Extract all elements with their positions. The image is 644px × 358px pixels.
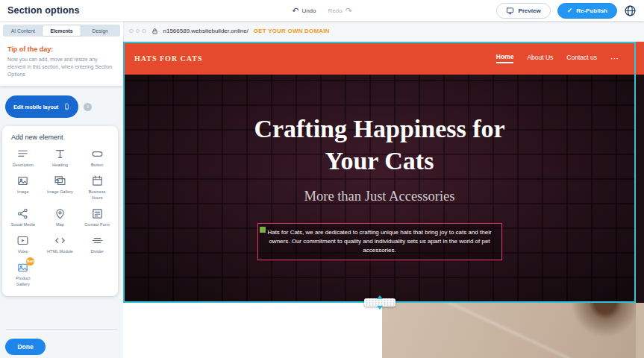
hero-paragraph-box[interactable]: Hats for Cats, we are dedicated to craft… [257,223,502,260]
tab-label: Design [93,28,108,34]
element-label: Contact Form [84,222,110,227]
video-icon [16,234,29,247]
site-nav: Home About Us Contact us ⋯ [496,53,619,63]
page-edge-header [636,42,644,75]
window-dot [142,29,146,34]
redo-icon: ↷ [346,7,352,15]
element-drag-handle[interactable] [260,227,266,233]
element-item-divider[interactable]: Divider [78,234,116,254]
description-icon [16,148,29,160]
window-dots [129,29,146,34]
site-header: HATS FOR CATS Home About Us Contact us ⋯ [123,42,636,75]
tab-label: Elements [50,28,72,34]
add-element-panel: Add new element Description Heading Butt… [2,126,118,296]
tip-of-the-day: Tip of the day: Now you can add, move an… [0,43,123,78]
website-builder-app: Section options ↶ Undo Redo ↷ Preview ✓ … [0,0,644,358]
element-label: Heading [52,163,68,168]
nav-more-icon[interactable]: ⋯ [610,54,619,63]
element-item-business-hours[interactable]: Business Hours [78,175,116,201]
element-item-html-module[interactable]: HTML Module [42,234,79,254]
nav-home[interactable]: Home [496,53,514,63]
divider-icon [91,234,104,247]
preview-button[interactable]: Preview [496,3,550,19]
element-item-video[interactable]: Video [4,234,42,254]
hero-section: Crafting Happiness for Your Cats More th… [123,75,636,303]
editor-stage: n1566589.websitebuilder.online/ GET YOUR… [123,21,644,358]
done-button[interactable]: Done [5,339,46,355]
button-icon [91,148,104,160]
element-label: Image [17,189,29,195]
redo-label: Redo [328,7,343,14]
site-preview: HATS FOR CATS Home About Us Contact us ⋯… [123,42,636,303]
element-item-image-gallery[interactable]: Image Gallery [42,175,79,201]
nav-about-us[interactable]: About Us [527,54,553,63]
add-element-title: Add new element [4,132,116,148]
sidebar-top-panel: AI Content Elements Design Tip of the da… [0,21,123,86]
preview-label: Preview [518,7,540,14]
hero-heading-line2: Your Cats [254,145,504,178]
site-logo[interactable]: HATS FOR CATS [134,54,203,63]
info-glyph: i [87,104,89,110]
site-url: n1566589.websitebuilder.online/ [163,28,248,34]
tip-heading: Tip of the day: [7,45,116,53]
element-label: Description [13,163,34,168]
redo-button[interactable]: Redo ↷ [328,7,352,15]
element-label: Map [56,222,64,227]
republish-button[interactable]: ✓ Re-Publish [557,3,617,19]
sidebar-footer: Done [0,329,123,358]
info-icon[interactable]: i [84,103,92,111]
get-domain-link[interactable]: GET YOUR OWN DOMAIN [254,28,330,34]
element-label: Divider [90,249,103,254]
tab-elements[interactable]: Elements [43,25,81,36]
element-item-button[interactable]: Button [78,148,116,168]
element-item-product-gallery[interactable]: New Product Gallery [4,261,42,287]
heading-icon [54,148,66,160]
undo-icon: ↶ [292,7,298,15]
element-item-heading[interactable]: Heading [42,148,79,168]
tip-body: Now you can add, move and resize any ele… [7,56,116,78]
contact-form-icon [91,207,104,220]
monitor-icon [506,7,514,15]
window-dot [129,29,134,34]
element-item-contact-form[interactable]: Contact Form [78,207,116,227]
edit-mobile-layout-button[interactable]: Edit mobile layout [5,95,78,118]
element-item-description[interactable]: Description [4,148,42,168]
element-item-social-media[interactable]: Social Media [4,207,42,227]
nav-contact-us[interactable]: Contact us [566,54,597,63]
undo-label: Undo [301,7,316,14]
edit-mobile-label: Edit mobile layout [13,104,58,110]
lock-icon [151,28,158,35]
history-controls: ↶ Undo Redo ↷ [292,7,352,15]
topbar-actions: Preview ✓ Re-Publish [496,3,637,19]
workspace: AI Content Elements Design Tip of the da… [0,21,644,358]
republish-label: Re-Publish [576,7,607,14]
hero-paragraph: Hats for Cats, we are dedicated to craft… [267,229,491,254]
undo-button[interactable]: ↶ Undo [292,7,316,15]
html-module-icon [54,234,66,247]
hero-heading-line1: Crafting Happiness for [254,113,504,145]
hero-subtitle[interactable]: More than Just Accessories [304,189,455,204]
element-label: HTML Module [47,249,73,254]
page-edge-strip [636,42,644,358]
section-resize-handle[interactable] [364,298,396,307]
tab-ai-content[interactable]: AI Content [4,25,43,36]
hero-heading[interactable]: Crafting Happiness for Your Cats [254,113,504,178]
element-item-image[interactable]: Image [4,175,42,201]
image-gallery-icon [54,175,66,187]
sidebar-divider [6,329,117,330]
next-section-image [382,303,636,358]
new-badge: New [26,257,34,266]
window-dot [136,29,140,34]
sidebar-tabs: AI Content Elements Design [3,25,120,37]
social-media-icon [16,207,29,220]
phone-icon [63,101,70,112]
element-label: Video [18,249,28,254]
business-hours-icon [91,175,104,187]
page-edge-below [636,303,644,358]
product-gallery-icon: New [16,261,29,274]
image-icon [16,175,29,187]
element-item-map[interactable]: Map [42,207,79,227]
edit-mobile-row: Edit mobile layout i [0,95,123,118]
tab-design[interactable]: Design [81,25,119,36]
globe-icon[interactable] [624,4,637,17]
